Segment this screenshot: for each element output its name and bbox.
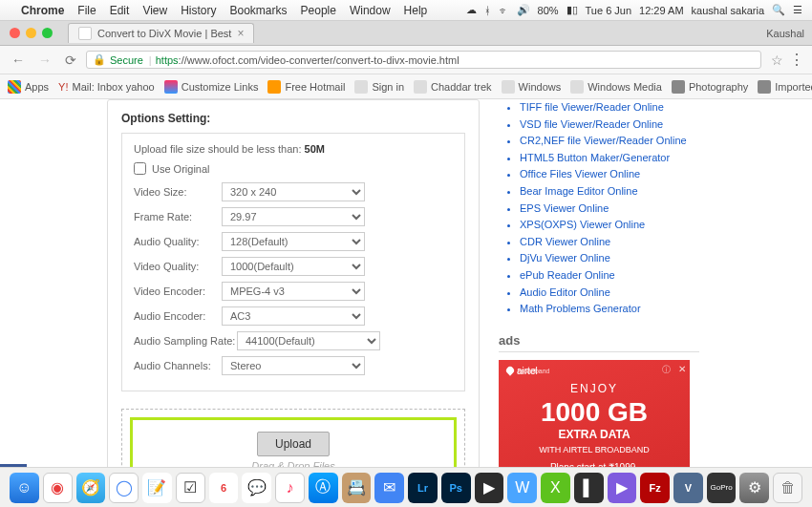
upload-button[interactable]: Upload (257, 432, 330, 456)
tab-close-icon[interactable]: × (237, 27, 244, 40)
menubar-app[interactable]: Chrome (21, 4, 64, 17)
dock-reminders-icon[interactable]: ☑ (176, 473, 205, 503)
dock-photoshop-icon[interactable]: Ps (441, 473, 471, 503)
sidebar-link[interactable]: Audio Editor Online (520, 285, 699, 302)
dock-music-icon[interactable]: ♪ (275, 473, 305, 503)
url-scheme: https (156, 54, 179, 66)
bookmark-item[interactable]: Sign in (354, 80, 404, 94)
bookmark-star-icon[interactable]: ☆ (771, 53, 783, 68)
sidebar-link[interactable]: DjVu Viewer Online (520, 250, 699, 267)
menu-file[interactable]: File (77, 4, 96, 17)
audio-channels-select[interactable]: Stereo (222, 356, 365, 375)
video-quality-label: Video Quality: (134, 261, 222, 272)
sidebar-link[interactable]: ePub Reader Online (520, 267, 699, 285)
dock-safari-icon[interactable]: 🧭 (76, 473, 106, 503)
ad-banner[interactable]: ⓘ ✕ airtel broadband ENJOY 1000 GB EXTRA… (499, 360, 690, 467)
drag-drop-hint: Drag & Drop Files (144, 460, 442, 467)
related-links-list: TIFF file Viewer/Reader Online VSD file … (499, 99, 699, 318)
dock-appstore-icon[interactable]: Ⓐ (309, 473, 338, 503)
sampling-rate-select[interactable]: 44100(Default) (237, 331, 380, 350)
dock-settings-icon[interactable]: ⚙ (739, 473, 769, 503)
frame-rate-select[interactable]: 29.97 (222, 207, 365, 226)
sync-icon[interactable]: ☁ (466, 4, 477, 16)
bookmark-apps[interactable]: Apps (8, 80, 49, 94)
sidebar-link[interactable]: CDR Viewer Online (520, 234, 699, 251)
video-encoder-select[interactable]: MPEG-4 v3 (222, 282, 365, 301)
menu-edit[interactable]: Edit (110, 4, 130, 17)
close-window-button[interactable] (10, 28, 20, 38)
audio-quality-label: Audio Quality: (134, 236, 222, 247)
sidebar-link[interactable]: VSD file Viewer/Reader Online (520, 116, 699, 134)
bookmark-item[interactable]: Y!Mail: Inbox yahoo (58, 81, 155, 93)
bookmark-item[interactable]: Chaddar trek (414, 80, 492, 94)
dock-vuze-icon[interactable]: V (673, 473, 703, 503)
bookmark-item[interactable]: Windows (502, 80, 562, 94)
dock-notes-icon[interactable]: 📝 (142, 473, 172, 503)
dock-terminal-icon[interactable]: ▌ (574, 473, 604, 503)
dock-gopro-icon[interactable]: GoPro (707, 473, 737, 503)
upload-dropzone[interactable]: Upload Drag & Drop Files (121, 409, 465, 467)
options-box: Upload file size should be less than: 50… (121, 133, 465, 391)
sidebar-link[interactable]: CR2,NEF file Viewer/Reader Online (520, 133, 699, 150)
dock-finder-icon[interactable]: ☺ (10, 473, 39, 503)
dock-siri-icon[interactable]: ◉ (43, 473, 73, 503)
bookmark-item[interactable]: Free Hotmail (267, 80, 345, 94)
video-size-select[interactable]: 320 x 240 (222, 182, 365, 201)
dock-contacts-icon[interactable]: 📇 (342, 473, 372, 503)
bookmark-item[interactable]: Windows Media (570, 80, 662, 94)
dock-lightroom-icon[interactable]: Lr (408, 473, 438, 503)
battery-icon[interactable]: ▮▯ (566, 4, 578, 16)
dock-youtube-icon[interactable]: ▶ (608, 473, 637, 503)
audio-encoder-select[interactable]: AC3 (222, 306, 365, 326)
dock-excel-icon[interactable]: X (541, 473, 570, 503)
dock-word-icon[interactable]: W (507, 473, 537, 503)
menu-help[interactable]: Help (404, 4, 428, 17)
dock-calendar-icon[interactable]: 6 (209, 473, 239, 503)
dock-trash-icon[interactable]: 🗑 (773, 473, 802, 503)
audio-channels-label: Audio Channels: (134, 360, 222, 371)
menu-view[interactable]: View (142, 4, 167, 17)
menu-bookmarks[interactable]: Bookmarks (230, 4, 288, 17)
chrome-profile-badge[interactable]: Kaushal (766, 28, 804, 39)
sidebar-link[interactable]: EPS Viewer Online (520, 201, 699, 218)
video-encoder-label: Video Encoder: (134, 285, 222, 297)
menubar-time[interactable]: 12:29 AM (639, 5, 683, 16)
reload-button[interactable]: ⟳ (61, 53, 80, 68)
back-button[interactable]: ← (8, 53, 29, 68)
address-bar[interactable]: 🔒 Secure | https://www.ofoct.com/video-c… (86, 51, 761, 69)
audio-quality-select[interactable]: 128(Default) (222, 232, 365, 251)
wifi-icon[interactable]: ᯤ (499, 5, 509, 16)
dock-messages-icon[interactable]: 💬 (242, 473, 271, 503)
maximize-window-button[interactable] (42, 28, 53, 38)
notifications-icon[interactable]: ☰ (793, 4, 802, 16)
bookmark-item[interactable]: Customize Links (164, 80, 259, 94)
lock-icon: 🔒 (93, 53, 106, 66)
ad-headline: 1000 GB (506, 397, 682, 428)
chrome-menu-icon[interactable]: ⋮ (789, 51, 804, 69)
bookmark-item[interactable]: Photography (672, 80, 748, 94)
minimize-window-button[interactable] (26, 28, 36, 38)
bookmark-item[interactable]: Imported From IE (758, 80, 812, 94)
use-original-checkbox[interactable] (134, 162, 146, 175)
tab-favicon (78, 27, 92, 40)
sidebar-link[interactable]: Bear Image Editor Online (520, 183, 699, 201)
menu-window[interactable]: Window (350, 4, 391, 17)
sidebar-link[interactable]: TIFF file Viewer/Reader Online (520, 99, 699, 116)
sidebar-link[interactable]: Office Files Viewer Online (520, 166, 699, 183)
dock-chrome-icon[interactable]: ◯ (109, 473, 139, 503)
menubar-date[interactable]: Tue 6 Jun (586, 5, 632, 16)
dock-filezilla-icon[interactable]: Fz (640, 473, 670, 503)
dock-mail-icon[interactable]: ✉ (374, 473, 404, 503)
bluetooth-icon[interactable]: ᚼ (484, 5, 491, 16)
dock-videoconverter-icon[interactable]: ▶ (475, 473, 504, 503)
menubar-user[interactable]: kaushal sakaria (692, 5, 764, 16)
search-icon[interactable]: 🔍 (772, 4, 785, 16)
sidebar-link[interactable]: XPS(OXPS) Viewer Online (520, 217, 699, 234)
sidebar-link[interactable]: Math Problems Generator (520, 301, 699, 318)
browser-tab[interactable]: Convert to DivX Movie | Best × (68, 23, 254, 43)
sidebar-link[interactable]: HTML5 Button Maker/Generator (520, 150, 699, 167)
menu-people[interactable]: People (301, 4, 336, 17)
video-quality-select[interactable]: 1000(Default) (222, 257, 365, 276)
menu-history[interactable]: History (181, 4, 216, 17)
volume-icon[interactable]: 🔊 (517, 4, 530, 16)
